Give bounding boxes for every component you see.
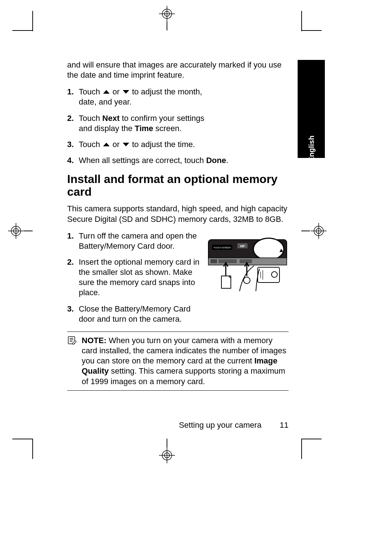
crop-mark	[32, 439, 33, 459]
page-content: and will ensure that images are accurate…	[67, 60, 289, 391]
page-footer: Setting up your camera 11	[67, 420, 289, 430]
list-item: 2. Insert the optional memory card in th…	[67, 257, 209, 298]
svg-rect-28	[219, 259, 237, 263]
step-number: 1.	[67, 87, 74, 97]
registration-mark-icon	[159, 6, 175, 22]
note-label: NOTE:	[82, 336, 106, 345]
step-number: 1.	[67, 231, 74, 241]
step-number: 2.	[67, 113, 74, 123]
crop-mark	[301, 231, 310, 231]
section-intro: This camera supports standard, high spee…	[67, 204, 289, 224]
camera-illustration: TOUCH SCREEN HP	[207, 237, 289, 293]
crop-mark	[12, 439, 33, 439]
svg-point-35	[244, 277, 250, 284]
crop-mark	[167, 439, 167, 447]
step-number: 4.	[67, 155, 74, 166]
list-item: 3. Close the Battery/Memory Card door an…	[67, 304, 209, 324]
crop-mark	[24, 231, 33, 231]
intro-paragraph: and will ensure that images are accurate…	[67, 60, 289, 80]
list-item: 4. When all settings are correct, touch …	[67, 155, 281, 166]
svg-rect-30	[258, 267, 279, 282]
list-item: 3. Touch or to adjust the time.	[67, 139, 209, 150]
crop-mark	[301, 30, 322, 31]
note-icon	[67, 336, 77, 345]
registration-mark-icon	[159, 447, 175, 463]
crop-mark	[301, 439, 302, 459]
step-number: 3.	[67, 139, 74, 150]
page-number: 11	[280, 420, 289, 430]
arrow-down-icon	[123, 143, 129, 146]
arrow-down-icon	[123, 90, 129, 94]
arrow-up-icon	[103, 90, 110, 94]
step-number: 3.	[67, 304, 74, 314]
svg-rect-27	[211, 259, 217, 263]
registration-mark-icon	[311, 223, 327, 239]
svg-point-25	[253, 238, 284, 260]
step-number: 2.	[67, 257, 74, 267]
note-block: NOTE: When you turn on your camera with …	[67, 332, 289, 391]
crop-mark	[167, 22, 167, 30]
crop-mark	[301, 11, 302, 31]
language-tab: English	[298, 60, 325, 158]
list-item: 2. Touch Next to confirm your settings a…	[67, 113, 209, 134]
list-item: 1. Touch or to adjust the month, date, a…	[67, 87, 209, 107]
footer-section: Setting up your camera	[179, 420, 261, 430]
registration-mark-icon	[8, 223, 24, 239]
svg-rect-29	[240, 259, 252, 263]
arrow-up-icon	[103, 143, 110, 146]
list-item: 1. Turn off the camera and open the Batt…	[67, 231, 209, 251]
crop-mark	[32, 11, 33, 31]
crop-mark	[301, 439, 322, 439]
steps-list-date-time: 1. Touch or to adjust the month, date, a…	[67, 87, 289, 166]
language-label: English	[307, 135, 315, 162]
crop-mark	[12, 30, 33, 31]
svg-text:HP: HP	[240, 244, 245, 248]
svg-text:TOUCH SCREEN: TOUCH SCREEN	[213, 247, 231, 249]
section-heading: Install and format an optional memory ca…	[67, 173, 289, 198]
